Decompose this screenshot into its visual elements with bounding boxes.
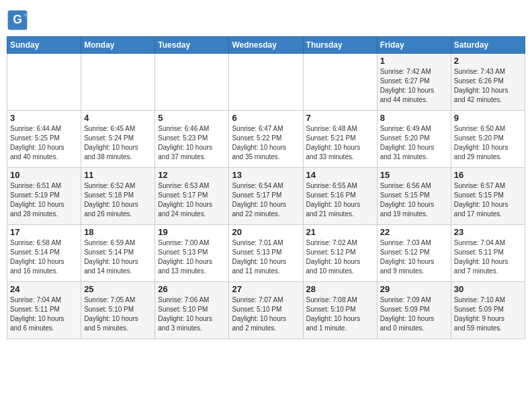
day-number: 9 xyxy=(454,113,522,123)
calendar-week-3: 17Sunrise: 6:58 AM Sunset: 5:14 PM Dayli… xyxy=(7,225,525,282)
day-info: Sunrise: 7:07 AM Sunset: 5:10 PM Dayligh… xyxy=(232,295,300,333)
calendar-cell: 12Sunrise: 6:53 AM Sunset: 5:17 PM Dayli… xyxy=(155,168,229,225)
day-number: 25 xyxy=(84,284,152,294)
calendar-cell: 2Sunrise: 7:43 AM Sunset: 6:26 PM Daylig… xyxy=(451,54,525,111)
day-info: Sunrise: 6:51 AM Sunset: 5:19 PM Dayligh… xyxy=(10,181,78,219)
weekday-header-sunday: Sunday xyxy=(7,37,81,54)
calendar-cell xyxy=(155,54,229,111)
day-number: 8 xyxy=(380,113,448,123)
day-number: 23 xyxy=(454,227,522,237)
day-info: Sunrise: 6:46 AM Sunset: 5:23 PM Dayligh… xyxy=(158,124,226,162)
day-info: Sunrise: 6:44 AM Sunset: 5:25 PM Dayligh… xyxy=(10,124,78,162)
day-number: 15 xyxy=(380,170,448,180)
day-info: Sunrise: 7:04 AM Sunset: 5:11 PM Dayligh… xyxy=(10,295,78,333)
weekday-header-tuesday: Tuesday xyxy=(155,37,229,54)
day-number: 4 xyxy=(84,113,152,123)
calendar-cell: 14Sunrise: 6:55 AM Sunset: 5:16 PM Dayli… xyxy=(303,168,377,225)
day-number: 28 xyxy=(306,284,374,294)
day-info: Sunrise: 7:05 AM Sunset: 5:10 PM Dayligh… xyxy=(84,295,152,333)
calendar-cell: 20Sunrise: 7:01 AM Sunset: 5:13 PM Dayli… xyxy=(229,225,303,282)
calendar-cell: 29Sunrise: 7:09 AM Sunset: 5:09 PM Dayli… xyxy=(377,282,451,339)
day-number: 3 xyxy=(10,113,78,123)
calendar-cell: 1Sunrise: 7:42 AM Sunset: 6:27 PM Daylig… xyxy=(377,54,451,111)
day-number: 24 xyxy=(10,284,78,294)
day-info: Sunrise: 7:42 AM Sunset: 6:27 PM Dayligh… xyxy=(380,67,448,105)
day-number: 1 xyxy=(380,56,448,66)
day-number: 17 xyxy=(10,227,78,237)
calendar-table: SundayMondayTuesdayWednesdayThursdayFrid… xyxy=(7,36,525,339)
calendar-cell xyxy=(229,54,303,111)
day-info: Sunrise: 6:53 AM Sunset: 5:17 PM Dayligh… xyxy=(158,181,226,219)
day-info: Sunrise: 6:48 AM Sunset: 5:21 PM Dayligh… xyxy=(306,124,374,162)
day-number: 18 xyxy=(84,227,152,237)
weekday-header-friday: Friday xyxy=(377,37,451,54)
calendar-cell: 7Sunrise: 6:48 AM Sunset: 5:21 PM Daylig… xyxy=(303,111,377,168)
day-info: Sunrise: 7:10 AM Sunset: 5:09 PM Dayligh… xyxy=(454,295,522,333)
day-info: Sunrise: 7:01 AM Sunset: 5:13 PM Dayligh… xyxy=(232,238,300,276)
calendar-cell: 9Sunrise: 6:50 AM Sunset: 5:20 PM Daylig… xyxy=(451,111,525,168)
calendar-cell: 25Sunrise: 7:05 AM Sunset: 5:10 PM Dayli… xyxy=(81,282,155,339)
calendar-cell xyxy=(81,54,155,111)
svg-text:G: G xyxy=(13,13,22,26)
calendar-cell: 26Sunrise: 7:06 AM Sunset: 5:10 PM Dayli… xyxy=(155,282,229,339)
calendar-cell xyxy=(7,54,81,111)
day-number: 27 xyxy=(232,284,300,294)
day-info: Sunrise: 6:49 AM Sunset: 5:20 PM Dayligh… xyxy=(380,124,448,162)
weekday-header-wednesday: Wednesday xyxy=(229,37,303,54)
weekday-header-monday: Monday xyxy=(81,37,155,54)
day-number: 7 xyxy=(306,113,374,123)
day-info: Sunrise: 6:50 AM Sunset: 5:20 PM Dayligh… xyxy=(454,124,522,162)
header: G xyxy=(7,7,525,31)
day-info: Sunrise: 6:59 AM Sunset: 5:14 PM Dayligh… xyxy=(84,238,152,276)
day-number: 5 xyxy=(158,113,226,123)
day-number: 30 xyxy=(454,284,522,294)
calendar-cell: 8Sunrise: 6:49 AM Sunset: 5:20 PM Daylig… xyxy=(377,111,451,168)
day-info: Sunrise: 7:00 AM Sunset: 5:13 PM Dayligh… xyxy=(158,238,226,276)
calendar-week-4: 24Sunrise: 7:04 AM Sunset: 5:11 PM Dayli… xyxy=(7,282,525,339)
day-number: 21 xyxy=(306,227,374,237)
calendar-cell: 11Sunrise: 6:52 AM Sunset: 5:18 PM Dayli… xyxy=(81,168,155,225)
calendar-cell: 21Sunrise: 7:02 AM Sunset: 5:12 PM Dayli… xyxy=(303,225,377,282)
weekday-header-thursday: Thursday xyxy=(303,37,377,54)
day-info: Sunrise: 7:09 AM Sunset: 5:09 PM Dayligh… xyxy=(380,295,448,333)
calendar-cell: 16Sunrise: 6:57 AM Sunset: 5:15 PM Dayli… xyxy=(451,168,525,225)
calendar-cell: 4Sunrise: 6:45 AM Sunset: 5:24 PM Daylig… xyxy=(81,111,155,168)
day-number: 19 xyxy=(158,227,226,237)
day-number: 20 xyxy=(232,227,300,237)
day-number: 16 xyxy=(454,170,522,180)
day-info: Sunrise: 6:52 AM Sunset: 5:18 PM Dayligh… xyxy=(84,181,152,219)
calendar-cell: 28Sunrise: 7:08 AM Sunset: 5:10 PM Dayli… xyxy=(303,282,377,339)
day-info: Sunrise: 6:54 AM Sunset: 5:17 PM Dayligh… xyxy=(232,181,300,219)
calendar-cell: 19Sunrise: 7:00 AM Sunset: 5:13 PM Dayli… xyxy=(155,225,229,282)
calendar-week-2: 10Sunrise: 6:51 AM Sunset: 5:19 PM Dayli… xyxy=(7,168,525,225)
weekday-header-saturday: Saturday xyxy=(451,37,525,54)
day-number: 29 xyxy=(380,284,448,294)
day-number: 10 xyxy=(10,170,78,180)
day-number: 12 xyxy=(158,170,226,180)
calendar-cell: 15Sunrise: 6:56 AM Sunset: 5:15 PM Dayli… xyxy=(377,168,451,225)
day-info: Sunrise: 7:08 AM Sunset: 5:10 PM Dayligh… xyxy=(306,295,374,333)
day-number: 22 xyxy=(380,227,448,237)
day-number: 6 xyxy=(232,113,300,123)
day-info: Sunrise: 6:47 AM Sunset: 5:22 PM Dayligh… xyxy=(232,124,300,162)
day-info: Sunrise: 7:03 AM Sunset: 5:12 PM Dayligh… xyxy=(380,238,448,276)
day-number: 26 xyxy=(158,284,226,294)
calendar-cell: 17Sunrise: 6:58 AM Sunset: 5:14 PM Dayli… xyxy=(7,225,81,282)
calendar-week-0: 1Sunrise: 7:42 AM Sunset: 6:27 PM Daylig… xyxy=(7,54,525,111)
day-info: Sunrise: 6:55 AM Sunset: 5:16 PM Dayligh… xyxy=(306,181,374,219)
day-info: Sunrise: 6:57 AM Sunset: 5:15 PM Dayligh… xyxy=(454,181,522,219)
day-info: Sunrise: 7:02 AM Sunset: 5:12 PM Dayligh… xyxy=(306,238,374,276)
day-number: 11 xyxy=(84,170,152,180)
day-info: Sunrise: 7:06 AM Sunset: 5:10 PM Dayligh… xyxy=(158,295,226,333)
day-info: Sunrise: 6:45 AM Sunset: 5:24 PM Dayligh… xyxy=(84,124,152,162)
calendar-cell: 27Sunrise: 7:07 AM Sunset: 5:10 PM Dayli… xyxy=(229,282,303,339)
calendar-cell: 5Sunrise: 6:46 AM Sunset: 5:23 PM Daylig… xyxy=(155,111,229,168)
calendar-week-1: 3Sunrise: 6:44 AM Sunset: 5:25 PM Daylig… xyxy=(7,111,525,168)
calendar-cell: 18Sunrise: 6:59 AM Sunset: 5:14 PM Dayli… xyxy=(81,225,155,282)
day-info: Sunrise: 6:58 AM Sunset: 5:14 PM Dayligh… xyxy=(10,238,78,276)
calendar-cell: 13Sunrise: 6:54 AM Sunset: 5:17 PM Dayli… xyxy=(229,168,303,225)
weekday-header-row: SundayMondayTuesdayWednesdayThursdayFrid… xyxy=(7,37,525,54)
calendar-cell: 10Sunrise: 6:51 AM Sunset: 5:19 PM Dayli… xyxy=(7,168,81,225)
day-info: Sunrise: 7:43 AM Sunset: 6:26 PM Dayligh… xyxy=(454,67,522,105)
day-number: 2 xyxy=(454,56,522,66)
